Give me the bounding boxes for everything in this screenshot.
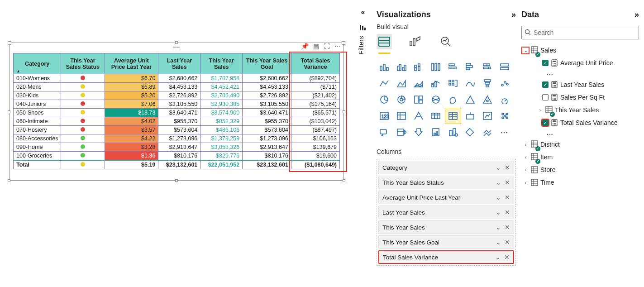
search-input[interactable]: [534, 29, 636, 36]
tree-field[interactable]: ✓Last Year Sales: [521, 78, 639, 91]
chevron-down-icon[interactable]: ⌄: [496, 209, 501, 216]
tree-field[interactable]: ✓Total Sales Variance: [521, 116, 639, 129]
more-fields-icon[interactable]: ...: [521, 129, 639, 138]
report-canvas[interactable]: ══ 📌 ▤ ⛶ ⋯ Category▲This Year Sales Stat…: [9, 43, 344, 181]
viz-type-icon[interactable]: [394, 92, 409, 107]
viz-type-icon[interactable]: [445, 59, 461, 75]
viz-type-icon[interactable]: [463, 108, 478, 124]
tree-table[interactable]: ›Store: [521, 163, 639, 176]
chevron-down-icon[interactable]: ⌄: [496, 239, 501, 246]
chevron-right-icon[interactable]: ›: [522, 154, 529, 160]
table-row[interactable]: 060-Intimate$4.02$955,370$852,329$955,37…: [14, 117, 340, 126]
remove-field-icon[interactable]: ✕: [505, 224, 510, 231]
tree-field[interactable]: ›This Year Sales: [521, 104, 639, 116]
viz-type-icon[interactable]: [428, 92, 444, 107]
viz-type-icon[interactable]: 123: [377, 108, 392, 124]
search-box[interactable]: [521, 26, 639, 39]
analytics-tab[interactable]: [438, 34, 453, 49]
chevron-right-icon[interactable]: ›: [522, 167, 529, 172]
viz-type-icon[interactable]: [394, 124, 409, 140]
viz-type-icon[interactable]: [394, 108, 409, 124]
viz-type-icon[interactable]: [445, 76, 461, 91]
viz-type-icon[interactable]: [428, 108, 444, 124]
viz-type-icon[interactable]: [445, 124, 461, 140]
more-icon[interactable]: ⋯: [334, 43, 341, 50]
viz-type-icon[interactable]: [463, 59, 478, 75]
col-header[interactable]: This Year Sales Goal: [243, 53, 291, 74]
chevron-right-icon[interactable]: ›: [522, 142, 529, 147]
viz-type-icon[interactable]: [377, 59, 392, 75]
tree-field[interactable]: ✓Average Unit Price: [521, 57, 639, 69]
viz-type-icon[interactable]: [411, 92, 426, 107]
col-header[interactable]: This Year Sales Status: [61, 53, 105, 74]
table-row[interactable]: 050-Shoes$13.73$3,640,471$3,574,900$3,64…: [14, 109, 340, 117]
add-fields-tab[interactable]: [377, 34, 392, 49]
chevron-right-icon[interactable]: ›: [537, 107, 543, 113]
format-visual-tab[interactable]: [407, 34, 423, 49]
checkbox[interactable]: [542, 94, 549, 100]
viz-type-icon[interactable]: [463, 76, 478, 91]
filters-icon[interactable]: [358, 24, 368, 32]
viz-type-icon[interactable]: [480, 108, 495, 124]
tree-table[interactable]: ›Item: [521, 151, 639, 163]
chevron-down-icon[interactable]: ⌄: [496, 164, 501, 171]
viz-type-icon[interactable]: [377, 76, 392, 91]
columns-field-well[interactable]: Category⌄✕This Year Sales Status⌄✕Averag…: [377, 159, 516, 266]
viz-type-icon[interactable]: [445, 92, 461, 107]
filters-label[interactable]: Filters: [358, 36, 365, 55]
table-row[interactable]: 070-Hosiery$3.57$573,604$486,106$573,604…: [14, 126, 340, 134]
tree-field[interactable]: Sales Per Sq Ft: [521, 91, 639, 104]
focus-icon[interactable]: ⛶: [324, 43, 330, 50]
field-pill[interactable]: This Year Sales Goal⌄✕: [378, 235, 514, 249]
chevron-down-icon[interactable]: ⌄: [496, 179, 501, 186]
table-row[interactable]: 010-Womens$6.70$2,680,662$1,787,958$2,68…: [14, 74, 340, 83]
viz-type-icon[interactable]: [497, 59, 512, 75]
viz-type-icon[interactable]: [463, 92, 478, 107]
pin-icon[interactable]: 📌: [301, 43, 309, 50]
drag-handle-icon[interactable]: ══: [173, 45, 180, 50]
viz-type-icon[interactable]: [480, 124, 495, 140]
expand-filters-icon[interactable]: «: [358, 8, 368, 16]
viz-type-icon[interactable]: [480, 59, 495, 75]
tree-table-sales[interactable]: ⌄Sales: [521, 44, 639, 57]
col-header[interactable]: Category▲: [14, 53, 61, 74]
more-fields-icon[interactable]: ...: [521, 69, 639, 78]
chevron-down-icon[interactable]: ⌄: [496, 194, 501, 201]
table-row[interactable]: 040-Juniors$7.06$3,105,550$2,930,385$3,1…: [14, 100, 340, 109]
field-pill[interactable]: Category⌄✕: [378, 161, 514, 174]
remove-field-icon[interactable]: ✕: [505, 194, 510, 201]
table-row[interactable]: 090-Home$3.28$2,913,647$3,053,326$2,913,…: [14, 143, 340, 152]
field-pill[interactable]: Average Unit Price Last Year⌄✕: [378, 191, 514, 204]
checkbox[interactable]: ✓: [542, 60, 549, 66]
table-row[interactable]: 030-Kids$5.20$2,726,892$2,705,490$2,726,…: [14, 91, 340, 100]
tree-table[interactable]: ›District: [521, 138, 639, 151]
remove-field-icon[interactable]: ✕: [505, 179, 510, 186]
checkbox[interactable]: ✓: [542, 81, 549, 88]
more-visuals-icon[interactable]: ⋯: [497, 124, 512, 140]
table-row[interactable]: 100-Groceries$1.36$810,176$829,776$810,1…: [14, 152, 340, 161]
checkbox[interactable]: ✓: [542, 120, 549, 126]
col-header[interactable]: Total Sales Variance: [291, 53, 339, 74]
viz-type-icon[interactable]: [497, 76, 512, 91]
viz-type-icon[interactable]: [411, 76, 426, 91]
col-header[interactable]: This Year Sales: [200, 53, 243, 74]
chevron-down-icon[interactable]: ⌄: [522, 48, 529, 53]
viz-type-icon[interactable]: [428, 76, 444, 91]
field-pill[interactable]: Total Sales Variance⌄✕: [378, 250, 514, 264]
table-row[interactable]: 080-Accessories$4.22$1,273,096$1,379,259…: [14, 134, 340, 143]
viz-type-icon[interactable]: [377, 92, 392, 107]
viz-type-icon[interactable]: [411, 59, 426, 75]
field-pill[interactable]: This Year Sales Status⌄✕: [378, 176, 514, 189]
viz-type-icon[interactable]: [445, 108, 461, 124]
viz-type-icon[interactable]: [428, 124, 444, 140]
tree-table[interactable]: ›Time: [521, 176, 639, 189]
chevron-down-icon[interactable]: ⌄: [495, 254, 501, 261]
viz-type-icon[interactable]: [394, 59, 409, 75]
remove-field-icon[interactable]: ✕: [505, 209, 510, 216]
remove-field-icon[interactable]: ✕: [505, 164, 510, 171]
viz-type-icon[interactable]: [428, 59, 444, 75]
col-header[interactable]: Last Year Sales: [158, 53, 200, 74]
viz-type-icon[interactable]: [377, 124, 392, 140]
viz-type-icon[interactable]: [497, 108, 512, 124]
remove-field-icon[interactable]: ✕: [504, 254, 510, 261]
